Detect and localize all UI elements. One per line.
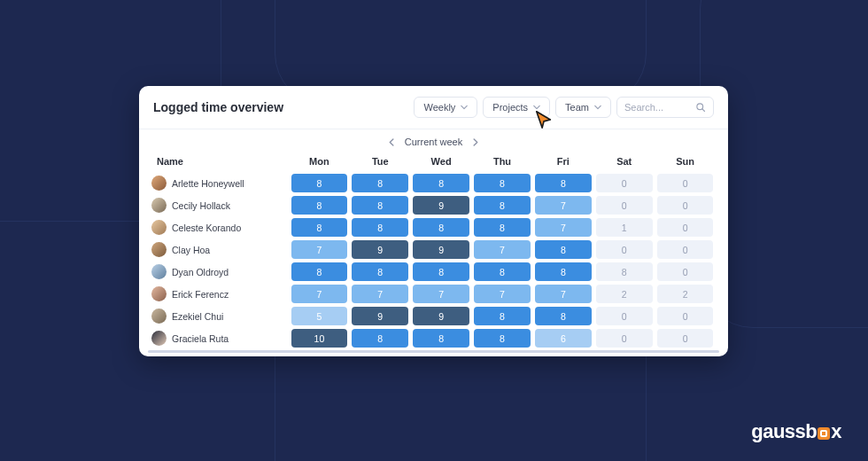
chevron-down-icon [533,104,540,111]
person-name: Ezekiel Chui [172,311,223,322]
hours-cell[interactable]: 7 [413,285,469,303]
hours-cell[interactable]: 7 [535,285,592,303]
hours-cell[interactable]: 7 [291,240,348,259]
hours-cell[interactable]: 8 [291,174,348,192]
hours-cell[interactable]: 7 [474,240,531,259]
period-dropdown[interactable]: Weekly [414,97,477,118]
period-label: Weekly [423,102,455,113]
table-header-row: Name Mon Tue Wed Thu Fri Sat Sun [139,151,728,172]
name-cell: Graciela Ruta [151,331,289,346]
table-row: Clay Hoa7997800 [139,238,728,261]
table-row: Arlette Honeywell8888800 [139,172,728,194]
next-week-button[interactable] [471,138,479,146]
hours-cell[interactable]: 8 [413,329,469,348]
hours-cell[interactable]: 8 [291,218,348,237]
brand-text-1: gaussb [751,420,817,443]
hours-cell[interactable]: 0 [657,307,714,325]
hours-cell[interactable]: 0 [596,196,653,215]
hours-cell[interactable]: 9 [352,307,408,325]
hours-cell[interactable]: 0 [657,218,714,237]
col-fri: Fri [532,156,593,167]
table-row: Erick Ferencz7777722 [139,283,728,305]
hours-cell[interactable]: 7 [535,218,592,237]
svg-line-1 [702,109,705,112]
hours-cell[interactable]: 9 [413,307,469,325]
brand-text-2: x [831,420,841,443]
page-title: Logged time overview [153,100,408,114]
table-row: Cecily Hollack8898700 [139,194,728,216]
col-wed: Wed [411,156,472,167]
hours-cell[interactable]: 1 [596,218,653,237]
projects-dropdown[interactable]: Projects [483,97,550,118]
brand-logo: gaussbx [751,420,841,443]
prev-week-button[interactable] [388,138,396,146]
hours-cell[interactable]: 0 [657,262,714,281]
hours-cell[interactable]: 8 [291,262,348,281]
hours-cell[interactable]: 8 [474,174,531,192]
hours-cell[interactable]: 0 [657,174,714,192]
hours-cell[interactable]: 8 [474,329,531,348]
projects-label: Projects [492,102,528,113]
table-body: Arlette Honeywell8888800Cecily Hollack88… [139,172,728,349]
person-name: Cecily Hollack [172,200,230,211]
col-thu: Thu [472,156,533,167]
team-label: Team [565,102,589,113]
search-icon [695,102,706,113]
hours-cell[interactable]: 8 [474,262,531,281]
hours-cell[interactable]: 8 [474,196,531,215]
hours-cell[interactable]: 7 [535,196,592,215]
col-mon: Mon [289,156,350,167]
hours-cell[interactable]: 6 [535,329,592,348]
week-label: Current week [405,137,462,147]
hours-cell[interactable]: 8 [413,218,469,237]
table-row: Dyan Oldroyd8888880 [139,261,728,283]
search-box[interactable] [616,97,714,118]
card-header: Logged time overview Weekly Projects Tea… [139,86,728,129]
hours-cell[interactable]: 8 [535,174,592,192]
hours-cell[interactable]: 0 [596,174,653,192]
hours-cell[interactable]: 9 [413,240,469,259]
hours-cell[interactable]: 8 [291,196,348,215]
person-name: Clay Hoa [172,245,210,255]
hours-cell[interactable]: 8 [535,240,592,259]
hours-cell[interactable]: 0 [657,240,714,259]
avatar [151,331,167,346]
hours-cell[interactable]: 8 [352,196,408,215]
hours-cell[interactable]: 8 [352,174,408,192]
hours-cell[interactable]: 9 [352,240,408,259]
brand-box-icon [818,427,830,440]
hours-cell[interactable]: 8 [474,307,531,325]
hours-cell[interactable]: 0 [657,196,714,215]
hours-cell[interactable]: 7 [352,285,408,303]
hours-cell[interactable]: 0 [657,329,714,348]
hours-cell[interactable]: 0 [596,329,653,348]
hours-cell[interactable]: 8 [596,262,653,281]
hours-cell[interactable]: 5 [291,307,348,325]
team-dropdown[interactable]: Team [555,97,611,118]
hours-cell[interactable]: 2 [657,285,714,303]
table-row: Celeste Korando8888710 [139,216,728,238]
name-cell: Clay Hoa [151,242,289,257]
hours-cell[interactable]: 10 [291,329,348,348]
hours-cell[interactable]: 9 [413,196,469,215]
person-name: Arlette Honeywell [172,178,244,189]
hours-cell[interactable]: 7 [291,285,348,303]
hours-cell[interactable]: 8 [535,262,592,281]
scrollbar-horizontal[interactable] [148,350,719,353]
hours-cell[interactable]: 0 [596,307,653,325]
hours-cell[interactable]: 7 [474,285,531,303]
hours-cell[interactable]: 8 [413,262,469,281]
hours-cell[interactable]: 8 [352,262,408,281]
avatar [151,220,167,235]
hours-cell[interactable]: 8 [474,218,531,237]
hours-cell[interactable]: 8 [413,174,469,192]
hours-cell[interactable]: 8 [535,307,592,325]
avatar [151,176,167,191]
hours-cell[interactable]: 8 [352,329,408,348]
hours-cell[interactable]: 0 [596,240,653,259]
hours-cell[interactable]: 8 [352,218,408,237]
col-sun: Sun [655,156,716,167]
search-input[interactable] [624,102,695,113]
table-row: Graciela Ruta10888600 [139,327,728,349]
hours-cell[interactable]: 2 [596,285,653,303]
